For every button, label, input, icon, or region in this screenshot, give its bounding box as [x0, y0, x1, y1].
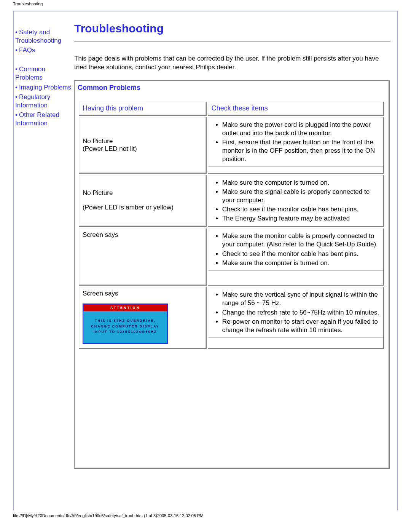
problem-cell: No Picture (Power LED not lit): [79, 117, 207, 174]
attention-bar: ATTENTION: [83, 304, 167, 311]
section-wrapper: Common Problems Having this problem Chec…: [74, 80, 390, 469]
list-item: Make sure the monitor cable is properly …: [222, 232, 380, 249]
sidebar-item-spacer: [15, 56, 74, 64]
sidebar-nav: •Safety and Troubleshooting •FAQs •Commo…: [14, 11, 74, 510]
list-item: Make sure the signal cable is properly c…: [222, 188, 380, 204]
section-title: Common Problems: [78, 84, 386, 92]
browser-title: Troubleshooting: [0, 0, 411, 6]
content-frame: •Safety and Troubleshooting •FAQs •Commo…: [13, 11, 398, 510]
list-item: Check to see if the monitor cable has be…: [222, 205, 380, 214]
check-cell: Make sure the monitor cable is properly …: [208, 228, 384, 286]
problem-line1: Screen says: [83, 290, 202, 297]
table-row: No Picture (Power LED not lit) Make sure…: [79, 117, 384, 174]
sidebar-item-common[interactable]: •Common Problems: [15, 65, 74, 82]
problem-cell: Screen says ATTENTION THIS IS 85HZ OVERD…: [79, 287, 207, 348]
problem-cell: No Picture (Power LED is amber or yellow…: [79, 175, 207, 227]
attention-body: THIS IS 85HZ OVERDRIVE, CHANGE COMPUTER …: [83, 311, 167, 343]
sidebar-item-label: Regulatory Information: [15, 93, 50, 109]
attention-line: THIS IS 85HZ OVERDRIVE,: [86, 318, 165, 323]
check-list: Make sure the vertical sync of input sig…: [212, 291, 380, 334]
sidebar-item-label: Safety and Troubleshooting: [15, 29, 61, 44]
list-item: Make sure the vertical sync of input sig…: [222, 291, 380, 307]
list-item: Make sure the computer is turned on.: [222, 179, 380, 187]
divider: [74, 41, 390, 42]
problem-cell: Screen says: [79, 228, 207, 286]
footer-path: file:///D|/My%20Documents/dfu/A9/english…: [0, 510, 411, 518]
check-cell: Make sure the computer is turned on. Mak…: [208, 175, 384, 227]
sidebar-item-imaging[interactable]: •Imaging Problems: [15, 83, 74, 92]
check-cell: Make sure the vertical sync of input sig…: [208, 287, 384, 348]
attention-line: CHANGE COMPUTER DISPLAY: [86, 324, 165, 329]
check-list: Make sure the computer is turned on. Mak…: [212, 179, 380, 223]
list-item: The Energy Saving feature may be activat…: [222, 214, 380, 223]
problem-line1: No Picture: [83, 137, 202, 145]
check-cell: Make sure the power cord is plugged into…: [208, 117, 384, 174]
section-common-problems: Common Problems Having this problem Chec…: [74, 80, 389, 468]
list-item: Check to see if the monitor cable has be…: [222, 250, 380, 258]
table-row: Screen says Make sure the monitor cable …: [79, 228, 384, 286]
page-title: Troubleshooting: [74, 22, 390, 35]
sidebar-item-label: Common Problems: [15, 66, 45, 81]
troubleshoot-table: Having this problem Check these items No…: [78, 100, 386, 350]
sidebar-item-safety[interactable]: •Safety and Troubleshooting: [15, 28, 74, 45]
problem-line1: No Picture: [83, 189, 202, 197]
col-header-problem: Having this problem: [79, 102, 207, 116]
list-item: Make sure the computer is turned on.: [222, 259, 380, 267]
list-item: First, ensure that the power button on t…: [222, 138, 380, 163]
sidebar-item-other[interactable]: •Other Related Information: [15, 111, 74, 128]
list-item: Re-power on monitor to start over again …: [222, 318, 380, 334]
sidebar-item-label: Imaging Problems: [19, 84, 71, 91]
sidebar-item-label: Other Related Information: [15, 111, 59, 127]
check-list: Make sure the monitor cable is properly …: [212, 232, 380, 267]
problem-line2: (Power LED is amber or yellow): [83, 204, 202, 211]
check-list: Make sure the power cord is plugged into…: [212, 121, 380, 163]
problem-line1: Screen says: [83, 231, 202, 239]
intro-text: This page deals with problems that can b…: [74, 54, 390, 72]
problem-line2: (Power LED not lit): [83, 145, 137, 152]
attention-line: INPUT TO 1280X1024@60HZ: [86, 329, 165, 334]
table-row: Screen says ATTENTION THIS IS 85HZ OVERD…: [79, 287, 384, 348]
list-item: Change the refresh rate to 56~75Hz withi…: [222, 308, 380, 317]
main-content: Troubleshooting This page deals with pro…: [74, 11, 397, 510]
table-header-row: Having this problem Check these items: [79, 102, 384, 116]
list-item: Make sure the power cord is plugged into…: [222, 121, 380, 137]
sidebar-item-faqs[interactable]: •FAQs: [15, 46, 74, 54]
page: Troubleshooting •Safety and Troubleshoot…: [0, 0, 411, 532]
sidebar-item-regulatory[interactable]: •Regulatory Information: [15, 93, 74, 110]
table-row: No Picture (Power LED is amber or yellow…: [79, 175, 384, 227]
attention-graphic: ATTENTION THIS IS 85HZ OVERDRIVE, CHANGE…: [83, 304, 168, 343]
col-header-check: Check these items: [208, 102, 384, 116]
sidebar-item-label: FAQs: [19, 46, 35, 54]
